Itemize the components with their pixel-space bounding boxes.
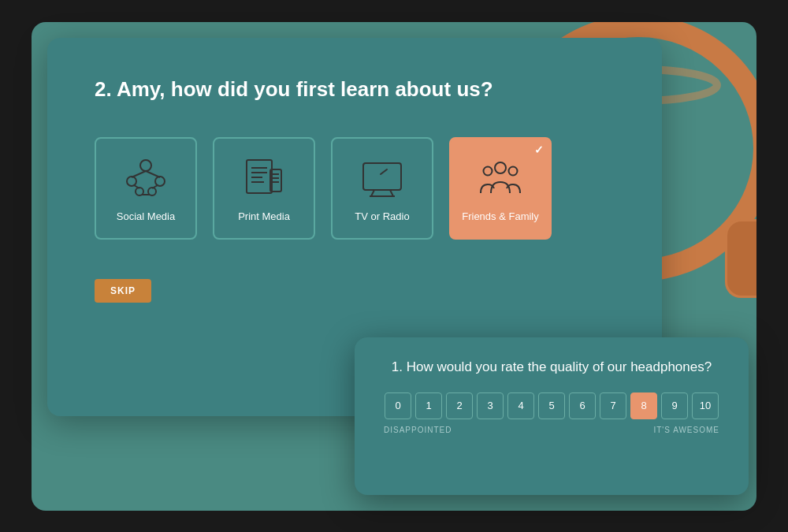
survey-card-front: 1. How would you rate the quality of our… — [355, 337, 749, 495]
social-media-label: Social Media — [117, 210, 175, 222]
social-media-icon — [122, 154, 169, 201]
rating-2[interactable]: 2 — [446, 392, 473, 419]
print-media-card[interactable]: Print Media — [213, 137, 315, 240]
print-media-icon — [240, 154, 288, 201]
rating-7[interactable]: 7 — [600, 392, 626, 419]
rating-5[interactable]: 5 — [538, 392, 565, 419]
rating-1[interactable]: 1 — [415, 392, 442, 419]
friends-family-icon — [477, 154, 524, 201]
social-media-card[interactable]: Social Media — [95, 137, 197, 240]
rating-3[interactable]: 3 — [477, 392, 504, 419]
print-media-label: Print Media — [238, 210, 290, 222]
svg-point-31 — [484, 167, 492, 176]
svg-line-12 — [146, 171, 160, 177]
rating-label-right: IT'S AWESOME — [653, 426, 719, 434]
rating-buttons-row: 0 1 2 3 4 5 6 7 8 9 10 — [382, 392, 721, 419]
question-2-title: 2. Amy, how did you first learn about us… — [95, 77, 615, 102]
option-tv-radio[interactable]: TV or Radio — [331, 137, 433, 240]
svg-line-26 — [371, 190, 374, 196]
svg-line-29 — [381, 169, 387, 174]
rating-label-left: DISAPPOINTED — [384, 426, 452, 434]
selected-checkmark: ✓ — [534, 143, 544, 156]
svg-point-32 — [509, 167, 518, 176]
rating-9[interactable]: 9 — [661, 392, 688, 419]
svg-point-30 — [495, 162, 506, 173]
svg-line-11 — [132, 171, 146, 177]
tv-radio-card[interactable]: TV or Radio — [331, 137, 433, 240]
svg-point-6 — [140, 160, 151, 171]
svg-point-7 — [127, 177, 136, 186]
friends-family-label: Friends & Family — [462, 210, 539, 222]
rating-0[interactable]: 0 — [385, 392, 411, 419]
option-print-media[interactable]: Print Media — [213, 137, 315, 240]
options-row: Social Media — [95, 137, 615, 240]
tv-radio-label: TV or Radio — [355, 210, 409, 222]
tv-radio-icon — [359, 154, 406, 201]
rating-4[interactable]: 4 — [507, 392, 534, 419]
skip-button[interactable]: SKIP — [95, 279, 151, 303]
svg-point-8 — [155, 177, 165, 186]
rating-6[interactable]: 6 — [569, 392, 596, 419]
option-friends-family[interactable]: ✓ Friends & Family — [449, 137, 552, 240]
svg-rect-4 — [727, 221, 756, 296]
rating-10[interactable]: 10 — [692, 392, 719, 419]
friends-family-card[interactable]: ✓ Friends & Family — [449, 137, 552, 240]
svg-line-27 — [390, 190, 393, 196]
question-1-title: 1. How would you rate the quality of our… — [382, 359, 721, 375]
option-social-media[interactable]: Social Media — [95, 137, 197, 240]
rating-labels: DISAPPOINTED IT'S AWESOME — [382, 426, 721, 434]
svg-rect-25 — [363, 163, 401, 190]
rating-8[interactable]: 8 — [630, 392, 657, 419]
